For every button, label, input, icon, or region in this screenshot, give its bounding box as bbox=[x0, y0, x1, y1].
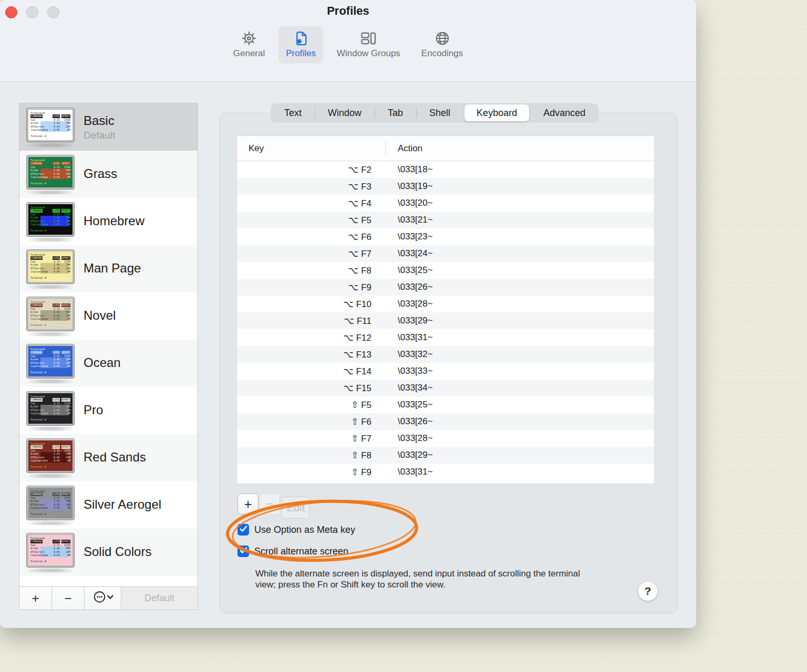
toolbar-item-encodings[interactable]: Encodings bbox=[414, 26, 470, 64]
profile-list-item[interactable]: Terminal# COMMAND %CPU RPRVT top4.1%231K… bbox=[19, 198, 198, 245]
key-binding-row[interactable]: ⌥ F13 \033[32~ bbox=[237, 346, 654, 363]
key-binding-row[interactable]: ⌥ F8 \033[25~ bbox=[237, 262, 654, 279]
toolbar-item-general[interactable]: General bbox=[226, 26, 272, 64]
add-profile-button[interactable]: + bbox=[19, 587, 52, 610]
key-cell: ⌥ F14 bbox=[237, 366, 385, 377]
key-binding-row[interactable]: ⌥ F9 \033[26~ bbox=[237, 279, 654, 296]
key-cell: ⌥ F12 bbox=[237, 332, 385, 343]
remove-profile-button[interactable]: − bbox=[52, 587, 85, 610]
key-binding-row[interactable]: ⇧ F9 \033[31~ bbox=[237, 464, 654, 480]
action-cell: \033[31~ bbox=[385, 332, 433, 343]
tab[interactable]: Shell bbox=[416, 103, 463, 122]
profile-name: Novel bbox=[84, 308, 116, 323]
add-key-binding-button[interactable]: + bbox=[237, 494, 258, 514]
use-option-as-meta-checkbox[interactable] bbox=[237, 524, 249, 536]
profile-list-item[interactable]: Terminal# COMMAND %CPU RPRVT top4.1%231K… bbox=[19, 529, 198, 576]
profiles-sidebar: Terminal# COMMAND %CPU RPRVT top4.1%231K… bbox=[19, 103, 198, 610]
profile-name: Grass bbox=[84, 166, 117, 181]
alternate-screen-description: While the alternate screen is displayed,… bbox=[255, 568, 581, 590]
profile-subtitle: Default bbox=[84, 130, 115, 141]
use-option-as-meta-label[interactable]: Use Option as Meta key bbox=[254, 524, 355, 536]
key-binding-row[interactable]: ⌥ F10 \033[28~ bbox=[237, 296, 654, 312]
profile-list-item[interactable]: Terminal# COMMAND %CPU RPRVT top4.1%231K… bbox=[19, 340, 198, 387]
edit-key-binding-button[interactable]: Edit bbox=[282, 497, 310, 519]
column-header-action[interactable]: Action bbox=[398, 143, 422, 154]
profile-list-item[interactable]: Terminal# COMMAND %CPU RPRVT top4.1%231K… bbox=[19, 387, 198, 434]
column-header-key[interactable]: Key bbox=[237, 143, 264, 154]
thumbnail-shadow bbox=[28, 380, 73, 383]
profile-name: Homebrew bbox=[84, 214, 144, 228]
window-title: Profiles bbox=[0, 4, 696, 18]
key-binding-row[interactable]: ⇧ F5 \033[25~ bbox=[237, 396, 654, 413]
tab[interactable]: Window bbox=[315, 103, 375, 122]
thumbnail-shadow bbox=[28, 191, 73, 194]
profile-name: Solid Colors bbox=[84, 544, 151, 559]
profile-name: Ocean bbox=[84, 355, 121, 370]
profile-list-item[interactable]: Terminal# COMMAND %CPU RPRVT top4.1%231K… bbox=[19, 292, 198, 340]
profile-name: Red Sands bbox=[84, 450, 146, 465]
sidebar-footer: + − Default bbox=[19, 586, 198, 610]
key-cell: ⌥ F4 bbox=[237, 198, 385, 209]
scroll-alternate-screen-label[interactable]: Scroll alternate screen bbox=[254, 546, 348, 557]
tab[interactable]: Advanced bbox=[530, 103, 598, 122]
key-cell: ⌥ F5 bbox=[237, 215, 385, 226]
window-groups-icon bbox=[359, 30, 377, 46]
profile-actions-menu-button[interactable] bbox=[85, 587, 121, 610]
thumbnail-shadow bbox=[28, 474, 73, 478]
action-cell: \033[26~ bbox=[385, 416, 433, 427]
titlebar: Profiles General bbox=[0, 0, 696, 82]
key-cell: ⌥ F8 bbox=[237, 265, 385, 276]
key-binding-row[interactable]: ⌥ F14 \033[33~ bbox=[237, 363, 654, 380]
key-binding-row[interactable]: ⌥ F4 \033[20~ bbox=[237, 195, 654, 212]
document-gear-icon bbox=[293, 30, 309, 46]
profile-name: Silver Aerogel bbox=[84, 497, 161, 512]
tab[interactable]: Tab bbox=[375, 103, 416, 122]
profile-list-item[interactable]: Terminal# COMMAND %CPU RPRVT top4.1%231K… bbox=[19, 151, 198, 198]
tab[interactable]: Keyboard bbox=[464, 104, 529, 121]
action-cell: \033[26~ bbox=[385, 282, 433, 292]
action-cell: \033[31~ bbox=[385, 467, 433, 477]
table-body: ⌥ F2 \033[18~ ⌥ F3 \033[19~ ⌥ F4 \033[20… bbox=[237, 161, 654, 480]
profile-name: Basic bbox=[84, 113, 115, 128]
key-binding-row[interactable]: ⌥ F7 \033[24~ bbox=[237, 245, 654, 262]
key-cell: ⇧ F5 bbox=[237, 400, 385, 411]
thumbnail-shadow bbox=[28, 521, 73, 525]
profile-thumbnail: Terminal# COMMAND %CPU RPRVT top4.1%231K… bbox=[26, 108, 75, 147]
key-binding-row[interactable]: ⌥ F5 \033[21~ bbox=[237, 212, 654, 228]
key-cell: ⌥ F10 bbox=[237, 299, 385, 310]
profile-list-item[interactable]: Terminal# COMMAND %CPU RPRVT top4.1%231K… bbox=[19, 434, 198, 481]
key-cell: ⌥ F2 bbox=[237, 164, 385, 175]
key-binding-row[interactable]: ⇧ F7 \033[28~ bbox=[237, 430, 654, 447]
key-binding-row[interactable]: ⇧ F8 \033[29~ bbox=[237, 447, 654, 464]
ellipsis-circle-icon bbox=[91, 590, 115, 607]
action-cell: \033[18~ bbox=[385, 164, 433, 175]
key-binding-row[interactable]: ⇧ F6 \033[26~ bbox=[237, 413, 654, 430]
profile-list-item[interactable]: Terminal# COMMAND %CPU RPRVT top4.1%231K… bbox=[19, 245, 198, 292]
profile-thumbnail: Terminal# COMMAND %CPU RPRVT top4.1%231K… bbox=[26, 391, 75, 430]
tab[interactable]: Text bbox=[271, 103, 315, 122]
table-scroll-sliver bbox=[237, 161, 654, 163]
remove-key-binding-button[interactable]: − bbox=[259, 494, 280, 514]
action-cell: \033[20~ bbox=[385, 198, 433, 208]
thumbnail-shadow bbox=[28, 238, 73, 242]
key-binding-row[interactable]: ⌥ F2 \033[18~ bbox=[237, 161, 654, 178]
key-cell: ⌥ F13 bbox=[237, 349, 385, 360]
key-cell: ⌥ F11 bbox=[237, 316, 385, 327]
toolbar-item-window-groups[interactable]: Window Groups bbox=[329, 26, 408, 64]
key-binding-row[interactable]: ⌥ F15 \033[34~ bbox=[237, 380, 654, 396]
help-button[interactable]: ? bbox=[638, 581, 658, 601]
key-binding-row[interactable]: ⌥ F6 \033[23~ bbox=[237, 228, 654, 245]
key-binding-row[interactable]: ⌥ F12 \033[31~ bbox=[237, 329, 654, 346]
toolbar-item-profiles[interactable]: Profiles bbox=[278, 26, 323, 64]
profile-thumbnail-screen: Terminal# COMMAND %CPU RPRVT top4.1%231K… bbox=[28, 157, 73, 187]
key-binding-row[interactable]: ⌥ F3 \033[19~ bbox=[237, 178, 654, 195]
key-cell: ⌥ F9 bbox=[237, 282, 385, 293]
profile-thumbnail-screen: Terminal# COMMAND %CPU RPRVT top4.1%231K… bbox=[28, 299, 73, 329]
profile-list-item[interactable]: Terminal# COMMAND %CPU RPRVT top4.1%231K… bbox=[19, 103, 198, 151]
key-binding-row[interactable]: ⌥ F11 \033[29~ bbox=[237, 312, 654, 329]
preferences-window: Profiles General bbox=[0, 0, 696, 628]
scroll-alternate-screen-checkbox[interactable] bbox=[237, 545, 249, 557]
profile-thumbnail: Terminal# COMMAND %CPU RPRVT top4.1%231K… bbox=[26, 438, 75, 478]
default-button[interactable]: Default bbox=[121, 587, 198, 610]
profile-list-item[interactable]: Terminal# COMMAND %CPU RPRVT top4.1%231K… bbox=[19, 481, 198, 529]
